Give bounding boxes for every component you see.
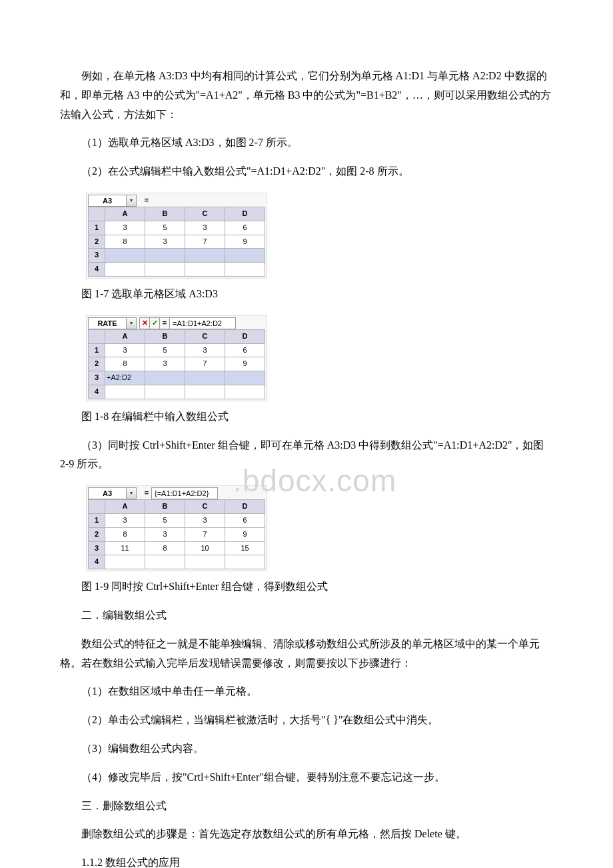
namebox-dropdown-icon — [127, 195, 137, 207]
cell: 5 — [145, 343, 185, 357]
cell: 3 — [105, 343, 145, 357]
col-header: D — [225, 329, 265, 343]
cell — [225, 555, 265, 569]
equals-icon: = — [160, 317, 170, 329]
cell: 7 — [185, 527, 225, 541]
cell: 5 — [145, 221, 185, 235]
step-2: （2）在公式编辑栏中输入数组公式"=A1:D1+A2:D2"，如图 2-8 所示… — [60, 162, 553, 181]
cell: 9 — [225, 527, 265, 541]
col-header: A — [105, 207, 145, 221]
cell-selected — [105, 249, 145, 263]
cell: 3 — [105, 513, 145, 527]
section-2-body: 数组公式的特征之一就是不能单独编辑、清除或移动数组公式所涉及的单元格区域中的某一… — [60, 635, 553, 673]
cell: 6 — [225, 221, 265, 235]
cell-selected — [225, 371, 265, 385]
cell-result: 11 — [105, 541, 145, 555]
col-header: B — [145, 500, 185, 514]
col-header: C — [185, 500, 225, 514]
cell — [105, 555, 145, 569]
col-header: B — [145, 207, 185, 221]
cell — [185, 385, 225, 399]
cell: 5 — [145, 513, 185, 527]
formula-bar: {=A1:D1+A2:D2} — [151, 487, 218, 499]
cell: 9 — [225, 357, 265, 371]
document-page: 例如，在单元格 A3:D3 中均有相同的计算公式，它们分别为单元格 A1:D1 … — [0, 0, 613, 868]
cancel-icon: ✕ — [139, 317, 150, 329]
equals-icon: = — [142, 195, 151, 206]
cell-selected — [185, 371, 225, 385]
figure-1-8-caption: 图 1-8 在编辑栏中输入数组公式 — [60, 407, 553, 427]
section-2-step-3: （3）编辑数组公式内容。 — [60, 739, 553, 759]
cell-result: 8 — [145, 541, 185, 555]
cell: 8 — [105, 527, 145, 541]
cell — [145, 263, 185, 277]
cell-selected — [145, 371, 185, 385]
cell — [185, 263, 225, 277]
cell — [185, 555, 225, 569]
cell: 3 — [185, 513, 225, 527]
figure-1-7-caption: 图 1-7 选取单元格区域 A3:D3 — [60, 285, 553, 304]
cell: 6 — [225, 513, 265, 527]
row-header: 4 — [89, 385, 105, 399]
cell: 7 — [185, 235, 225, 249]
cell-selected — [145, 249, 185, 263]
namebox-dropdown-icon — [127, 317, 137, 329]
row-header: 4 — [89, 555, 105, 569]
col-header: C — [185, 329, 225, 343]
formula-bar: =A1:D1+A2:D2 — [170, 317, 236, 329]
namebox: A3 — [88, 195, 127, 207]
col-header: D — [225, 500, 265, 514]
section-2-title: 二．编辑数组公式 — [60, 606, 553, 625]
col-header: A — [105, 500, 145, 514]
cell: 3 — [105, 221, 145, 235]
namebox-dropdown-icon — [127, 487, 137, 499]
row-header: 3 — [89, 371, 105, 385]
cell-result: 15 — [225, 541, 265, 555]
step-1: （1）选取单元格区域 A3:D3，如图 2-7 所示。 — [60, 133, 553, 153]
cell — [105, 385, 145, 399]
section-2-step-4: （4）修改完毕后，按"Crtl+Shift+Enter"组合键。要特别注意不要忘… — [60, 768, 553, 787]
row-header: 2 — [89, 235, 105, 249]
cell: 3 — [185, 221, 225, 235]
cell: 7 — [185, 357, 225, 371]
cell-result: 10 — [185, 541, 225, 555]
step-3: （3）同时按 Ctrl+Shift+Enter 组合键，即可在单元格 A3:D3… — [60, 436, 553, 475]
namebox: RATE — [88, 317, 127, 329]
cell: 3 — [145, 235, 185, 249]
paragraph-intro: 例如，在单元格 A3:D3 中均有相同的计算公式，它们分别为单元格 A1:D1 … — [60, 67, 553, 124]
cell: 3 — [185, 343, 225, 357]
row-header: 3 — [89, 541, 105, 555]
namebox: A3 — [88, 487, 127, 499]
figure-1-7: A3 = A B C D 1 3 5 3 6 — [87, 191, 553, 278]
col-header: A — [105, 329, 145, 343]
section-2-step-2: （2）单击公式编辑栏，当编辑栏被激活时，大括号"{ }"在数组公式中消失。 — [60, 711, 553, 730]
equals-icon: = — [142, 488, 151, 499]
col-header: D — [225, 207, 265, 221]
cell: 9 — [225, 235, 265, 249]
section-2-step-1: （1）在数组区域中单击任一单元格。 — [60, 682, 553, 701]
spreadsheet-grid: A B C D 1 3 5 3 6 2 8 3 7 9 — [88, 329, 265, 399]
spreadsheet-grid: A B C D 1 3 5 3 6 2 8 3 7 9 — [88, 207, 265, 277]
spreadsheet-grid: A B C D 1 3 5 3 6 2 8 3 7 9 — [88, 499, 265, 569]
cell: 8 — [105, 357, 145, 371]
figure-1-9: A3 = {=A1:D1+A2:D2} A B C D 1 3 5 3 — [87, 483, 553, 571]
cell — [105, 263, 145, 277]
cell: 3 — [145, 527, 185, 541]
cell — [225, 263, 265, 277]
row-header: 2 — [89, 527, 105, 541]
section-3-title: 三．删除数组公式 — [60, 797, 553, 816]
figure-1-8: RATE ✕ ✓ = =A1:D1+A2:D2 A B C D 1 — [87, 313, 553, 401]
cell-selected — [225, 249, 265, 263]
row-header: 1 — [89, 343, 105, 357]
figure-1-9-caption: 图 1-9 同时按 Ctrl+Shift+Enter 组合键，得到数组公式 — [60, 577, 553, 597]
cell-selected — [185, 249, 225, 263]
row-header: 1 — [89, 513, 105, 527]
cell: 8 — [105, 235, 145, 249]
row-header: 3 — [89, 249, 105, 263]
cell — [225, 385, 265, 399]
cell: 6 — [225, 343, 265, 357]
cell — [145, 555, 185, 569]
row-header: 2 — [89, 357, 105, 371]
cell: 3 — [145, 357, 185, 371]
row-header: 1 — [89, 221, 105, 235]
